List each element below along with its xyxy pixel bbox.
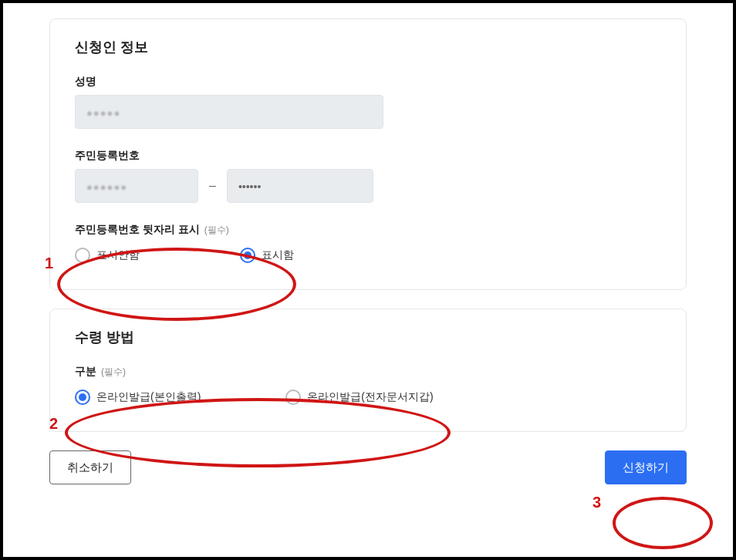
rrn-back-value: ••••••	[238, 180, 261, 193]
document-frame: 신청인 정보 성명 ●●●●● 주민등록번호 ●●●●●● – •••••• 주…	[0, 0, 736, 560]
rrn-display-show-option[interactable]: 표시함	[240, 248, 294, 263]
rrn-display-radio-row: 표시안함 표시함	[75, 248, 661, 263]
receive-online-print-label: 온라인발급(본인출력)	[96, 390, 201, 404]
receive-method-card: 수령 방법 구분 (필수) 온라인발급(본인출력) 온라인발급(전자문서지갑)	[49, 309, 687, 432]
name-value: ●●●●●	[86, 107, 120, 119]
radio-unchecked-icon	[285, 390, 301, 405]
name-field-block: 성명 ●●●●●	[75, 75, 661, 129]
rrn-display-block: 주민등록번호 뒷자리 표시 (필수) 표시안함 표시함	[75, 223, 661, 263]
receive-online-wallet-option[interactable]: 온라인발급(전자문서지갑)	[285, 390, 433, 405]
name-value-box: ●●●●●	[75, 95, 383, 129]
rrn-front-box: ●●●●●●	[75, 169, 198, 203]
button-row: 취소하기 신청하기	[49, 450, 687, 484]
rrn-display-label-text: 주민등록번호 뒷자리 표시	[75, 223, 200, 235]
radio-unchecked-icon	[75, 248, 90, 263]
name-label: 성명	[75, 75, 661, 89]
receive-type-label-text: 구분	[75, 365, 96, 377]
receive-section-title: 수령 방법	[75, 328, 661, 346]
receive-type-label: 구분 (필수)	[75, 365, 661, 379]
rrn-back-box: ••••••	[227, 169, 373, 203]
rrn-dash: –	[209, 179, 216, 193]
rrn-front-value: ●●●●●●	[86, 181, 127, 193]
applicant-section-title: 신청인 정보	[75, 38, 661, 56]
radio-checked-icon	[75, 390, 90, 405]
annotation-number-3: 3	[593, 494, 601, 511]
receive-online-print-option[interactable]: 온라인발급(본인출력)	[75, 390, 201, 405]
rrn-field-block: 주민등록번호 ●●●●●● – ••••••	[75, 149, 661, 203]
rrn-row: ●●●●●● – ••••••	[75, 169, 661, 203]
applicant-info-card: 신청인 정보 성명 ●●●●● 주민등록번호 ●●●●●● – •••••• 주…	[49, 19, 687, 290]
receive-type-required: (필수)	[101, 366, 126, 377]
rrn-display-label: 주민등록번호 뒷자리 표시 (필수)	[75, 223, 661, 237]
rrn-display-hide-option[interactable]: 표시안함	[75, 248, 140, 263]
cancel-button[interactable]: 취소하기	[49, 450, 131, 484]
radio-checked-icon	[240, 248, 255, 263]
submit-button[interactable]: 신청하기	[605, 450, 687, 484]
rrn-display-required: (필수)	[204, 224, 229, 235]
receive-type-block: 구분 (필수) 온라인발급(본인출력) 온라인발급(전자문서지갑)	[75, 365, 661, 405]
rrn-display-show-label: 표시함	[262, 248, 294, 262]
receive-type-radio-row: 온라인발급(본인출력) 온라인발급(전자문서지갑)	[75, 390, 661, 405]
rrn-display-hide-label: 표시안함	[96, 248, 140, 262]
annotation-ellipse-3	[613, 497, 713, 549]
rrn-label: 주민등록번호	[75, 149, 661, 163]
receive-online-wallet-label: 온라인발급(전자문서지갑)	[307, 390, 433, 404]
